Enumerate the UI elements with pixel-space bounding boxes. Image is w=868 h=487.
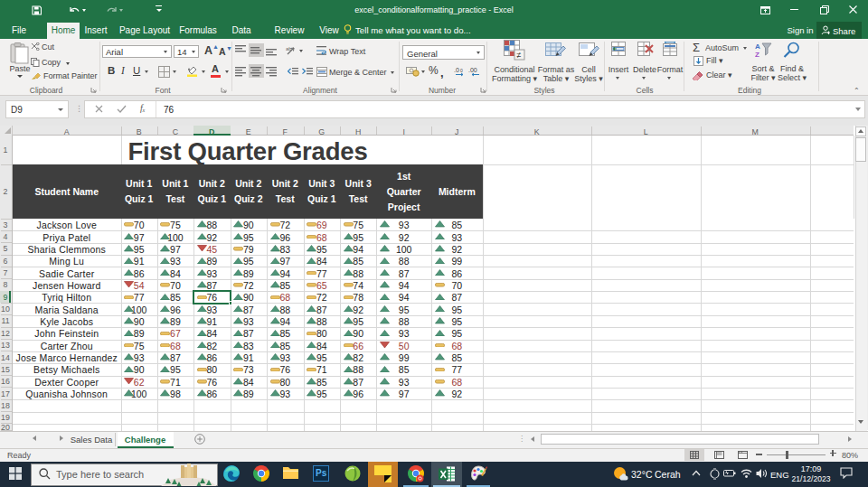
svg-text:0: 0 xyxy=(460,68,463,73)
svg-text:≠: ≠ xyxy=(517,51,522,60)
svg-text:Z: Z xyxy=(755,51,760,58)
svg-text:ab: ab xyxy=(286,46,292,52)
svg-text:.00: .00 xyxy=(468,67,477,73)
svg-text:A: A xyxy=(755,42,760,51)
svg-text:.0: .0 xyxy=(454,67,459,73)
